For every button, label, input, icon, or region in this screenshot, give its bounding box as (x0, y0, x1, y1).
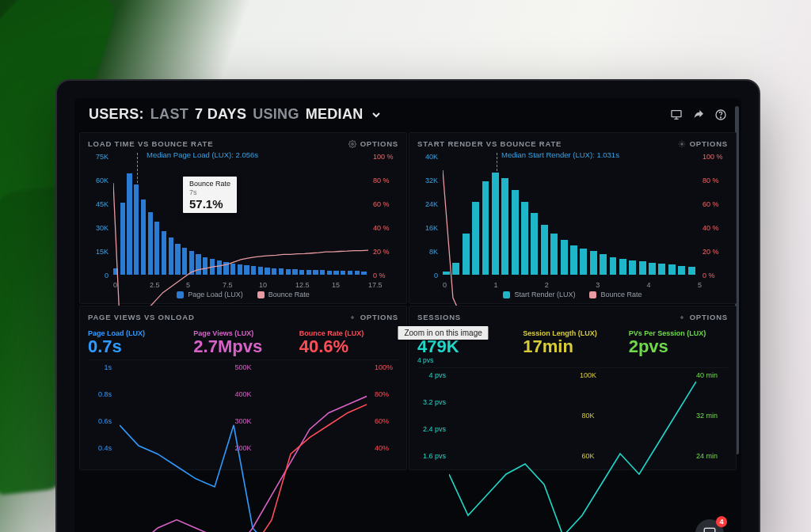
dashboard-screen: USERS: LAST 7 DAYS USING MEDIAN LOAD TIM… (74, 98, 741, 532)
tooltip-value: 57.1% (189, 197, 230, 211)
card-header: PAGE VIEWS VS ONLOAD OPTIONS (88, 313, 398, 325)
title-median: MEDIAN (306, 106, 364, 123)
options-label: OPTIONS (360, 139, 398, 148)
title-using: USING (253, 106, 299, 123)
options-button[interactable]: OPTIONS (348, 313, 398, 321)
page-title-group[interactable]: USERS: LAST 7 DAYS USING MEDIAN (89, 106, 383, 123)
card-header: START RENDER VS BOUNCE RATE OPTIONS (417, 139, 728, 151)
card-page-views-vs-onload: PAGE VIEWS VS ONLOAD OPTIONS Page Load (… (79, 306, 407, 470)
chat-badge: 4 (716, 516, 727, 527)
chat-icon (702, 526, 717, 532)
multiline (449, 371, 696, 532)
gear-icon (678, 314, 686, 321)
options-button[interactable]: OPTIONS (678, 139, 728, 148)
chevron-down-icon[interactable] (370, 108, 383, 121)
options-button[interactable]: OPTIONS (678, 313, 728, 321)
kpi: Page Views (LUX)2.7Mpvs (193, 329, 292, 356)
gear-icon (348, 140, 356, 148)
chart-pv-onload[interactable]: 1s0.8s0.6s0.4s500K400K300K200K100%80%60%… (88, 363, 398, 458)
options-button[interactable]: OPTIONS (348, 139, 398, 148)
chat-button[interactable]: 4 (695, 519, 724, 532)
chart-load-bounce[interactable]: Bounce Rate 7s 57.1% 75K60K45K30K15K0100… (88, 153, 398, 287)
tooltip-sub: 7s (189, 188, 230, 197)
gear-icon (678, 140, 686, 148)
monitor-icon[interactable] (670, 108, 683, 121)
card-title: PAGE VIEWS VS ONLOAD (88, 313, 195, 321)
card-grid: LOAD TIME VS BOUNCE RATE OPTIONS Median … (74, 127, 741, 470)
tooltip-label: Bounce Rate (189, 180, 230, 188)
kpi: Session Length (LUX)17min (523, 329, 622, 364)
options-label: OPTIONS (690, 139, 728, 148)
gear-icon (348, 314, 356, 321)
svg-point-6 (680, 142, 683, 145)
card-start-render-vs-bounce: START RENDER VS BOUNCE RATE OPTIONS Medi… (409, 132, 737, 304)
svg-rect-0 (672, 110, 681, 116)
chart-render-bounce[interactable]: 40K32K24K16K8K0100 %80 %60 %40 %20 %0 %0… (417, 153, 728, 287)
card-load-time-vs-bounce: LOAD TIME VS BOUNCE RATE OPTIONS Median … (79, 132, 407, 304)
top-bar: USERS: LAST 7 DAYS USING MEDIAN (74, 98, 741, 127)
card-header: SESSIONS OPTIONS (417, 313, 728, 325)
laptop-frame: USERS: LAST 7 DAYS USING MEDIAN LOAD TIM… (55, 79, 760, 532)
card-title: LOAD TIME VS BOUNCE RATE (88, 139, 213, 148)
svg-point-8 (680, 316, 683, 318)
kpi: Bounce Rate (LUX)40.6% (299, 329, 398, 356)
card-title: START RENDER VS BOUNCE RATE (417, 139, 562, 148)
svg-point-5 (351, 142, 353, 145)
kpi: Page Load (LUX)0.7s (88, 329, 187, 356)
tooltip-bounce: Bounce Rate 7s 57.1% (183, 177, 237, 213)
kpi-row: Page Load (LUX)0.7sPage Views (LUX)2.7Mp… (88, 325, 398, 360)
kpi: PVs Per Session (LUX)2pvs (629, 329, 728, 364)
title-last: LAST (150, 106, 188, 123)
options-label: OPTIONS (360, 313, 398, 321)
svg-point-4 (720, 116, 721, 117)
options-label: OPTIONS (690, 313, 728, 321)
zoom-hint-tooltip: Zoom in on this image (398, 326, 488, 340)
svg-point-7 (351, 316, 353, 318)
chart-sessions[interactable]: 4 pvs3.2 pvs2.4 pvs1.6 pvs100K80K60K40 m… (417, 371, 728, 466)
card-header: LOAD TIME VS BOUNCE RATE OPTIONS (88, 139, 398, 151)
help-icon[interactable] (714, 108, 727, 121)
share-icon[interactable] (692, 108, 705, 121)
card-title: SESSIONS (417, 313, 461, 321)
top-icons (670, 108, 727, 121)
title-users: USERS: (89, 106, 144, 123)
title-days: 7 DAYS (195, 106, 246, 123)
